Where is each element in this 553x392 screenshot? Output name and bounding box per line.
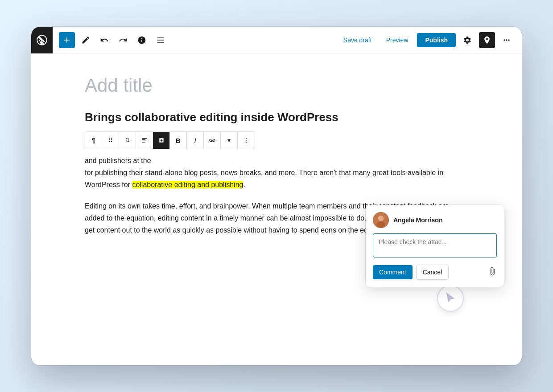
edit-button[interactable] <box>78 32 94 48</box>
comment-popup: Angela Morrison Comment Cancel <box>366 205 504 287</box>
pencil-icon <box>81 36 90 45</box>
location-icon <box>483 36 491 45</box>
comment-input[interactable] <box>373 233 497 257</box>
comment-cancel-button[interactable]: Cancel <box>416 265 449 280</box>
highlighted-text: collaborative editing and publishing <box>132 181 243 188</box>
undo-icon <box>100 36 109 45</box>
align-button[interactable] <box>136 132 153 149</box>
bold-button[interactable]: B <box>170 132 187 149</box>
svg-point-3 <box>376 221 385 228</box>
publish-button[interactable]: Publish <box>417 33 456 47</box>
save-draft-button[interactable]: Save draft <box>338 34 377 46</box>
info-icon <box>137 36 146 45</box>
link-icon <box>209 137 216 144</box>
align-icon <box>141 137 148 144</box>
view-button[interactable] <box>479 32 495 48</box>
link-button[interactable] <box>204 132 221 149</box>
editor-toolbar: Save draft Preview Publish <box>31 27 522 53</box>
post-title[interactable]: Add title <box>85 75 468 96</box>
add-inline-button[interactable] <box>153 132 170 149</box>
chevron-icon: ▾ <box>227 137 231 144</box>
italic-button[interactable]: I <box>187 132 204 149</box>
redo-icon <box>119 36 128 45</box>
drag-handle-button[interactable]: ⠿ <box>102 132 119 149</box>
plus-square-icon <box>158 137 165 144</box>
add-block-button[interactable] <box>59 32 75 48</box>
settings-button[interactable] <box>459 32 475 48</box>
undo-button[interactable] <box>96 32 112 48</box>
more-block-options-button[interactable]: ⋮ <box>238 132 255 149</box>
comment-actions: Comment Cancel <box>373 265 497 280</box>
attachment-icon <box>488 267 497 276</box>
paragraph-icon: ¶ <box>92 137 95 144</box>
wp-logo <box>31 27 53 53</box>
arrows-icon: ⇅ <box>125 137 130 143</box>
chevron-button[interactable]: ▾ <box>221 132 238 149</box>
editor-area: Add title Brings collaborative editing i… <box>31 53 522 365</box>
cursor-icon <box>444 292 457 305</box>
more-icon: ⋮ <box>243 137 249 144</box>
paragraph-1-end: . <box>243 181 245 188</box>
cursor-indicator <box>437 285 464 312</box>
drag-icon: ⠿ <box>108 137 113 144</box>
preview-button[interactable]: Preview <box>381 34 414 46</box>
toolbar-right: Save draft Preview Publish <box>338 32 515 48</box>
browser-frame: Save draft Preview Publish Add title Bri… <box>31 27 522 365</box>
comment-submit-button[interactable]: Comment <box>373 265 413 279</box>
move-arrows-button[interactable]: ⇅ <box>119 132 136 149</box>
wordpress-logo-icon <box>36 34 48 46</box>
ellipsis-icon <box>502 36 511 45</box>
list-view-button[interactable] <box>153 32 169 48</box>
paragraph-1: and publishers at the for publishing the… <box>85 155 468 191</box>
comment-user-info: Angela Morrison <box>373 212 497 228</box>
redo-button[interactable] <box>115 32 131 48</box>
list-view-icon <box>156 36 165 45</box>
more-options-button[interactable] <box>499 32 515 48</box>
gear-icon <box>463 36 472 45</box>
attach-button[interactable] <box>488 267 497 278</box>
svg-point-4 <box>379 216 383 220</box>
user-name: Angela Morrison <box>393 216 442 224</box>
block-toolbar: ¶ ⠿ ⇅ B I ▾ ⋮ <box>85 131 255 149</box>
info-button[interactable] <box>134 32 150 48</box>
paragraph-type-button[interactable]: ¶ <box>85 132 102 149</box>
post-heading[interactable]: Brings collaborative editing inside Word… <box>85 110 468 124</box>
user-avatar <box>373 212 389 228</box>
plus-icon <box>62 36 71 45</box>
